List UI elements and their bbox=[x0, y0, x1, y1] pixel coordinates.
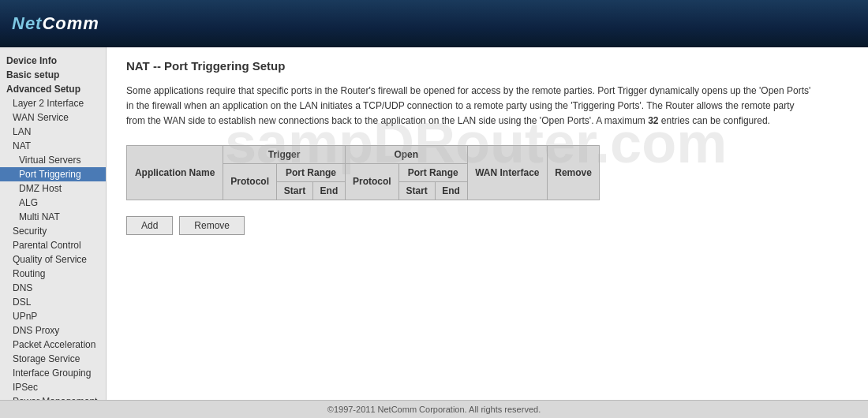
sidebar-item-layer-2-interface[interactable]: Layer 2 Interface bbox=[0, 96, 106, 110]
col-header-trigger-end: End bbox=[312, 181, 345, 200]
sidebar-item-multi-nat[interactable]: Multi NAT bbox=[0, 210, 106, 224]
col-header-open-end: End bbox=[435, 181, 467, 200]
button-row: Add Remove bbox=[126, 216, 848, 235]
sidebar-item-interface-grouping[interactable]: Interface Grouping bbox=[0, 366, 106, 380]
col-header-open: Open bbox=[345, 145, 467, 163]
col-header-trigger: Trigger bbox=[223, 145, 346, 163]
col-header-trigger-protocol: Protocol bbox=[223, 163, 277, 200]
logo-text: NetComm bbox=[12, 13, 99, 33]
sidebar-item-lan[interactable]: LAN bbox=[0, 125, 106, 139]
header: NetComm bbox=[0, 0, 868, 47]
sidebar-item-storage-service[interactable]: Storage Service bbox=[0, 352, 106, 366]
main-layout: Device InfoBasic setupAdvanced SetupLaye… bbox=[0, 47, 868, 400]
sidebar-item-alg[interactable]: ALG bbox=[0, 196, 106, 210]
col-header-trigger-start: Start bbox=[277, 181, 313, 200]
remove-button[interactable]: Remove bbox=[179, 216, 245, 235]
col-header-remove: Remove bbox=[548, 145, 600, 200]
sidebar-item-packet-acceleration[interactable]: Packet Acceleration bbox=[0, 338, 106, 352]
sidebar-item-upnp[interactable]: UPnP bbox=[0, 309, 106, 323]
col-header-wan-interface: WAN Interface bbox=[467, 145, 548, 200]
sidebar-item-wan-service[interactable]: WAN Service bbox=[0, 110, 106, 125]
copyright-text: ©1997-2011 NetComm Corporation. All righ… bbox=[327, 405, 541, 414]
description: Some applications require that specific … bbox=[126, 84, 813, 129]
sidebar-item-security[interactable]: Security bbox=[0, 224, 106, 238]
col-header-app-name: Application Name bbox=[127, 145, 223, 200]
sidebar-item-dmz-host[interactable]: DMZ Host bbox=[0, 181, 106, 196]
sidebar-item-basic-setup[interactable]: Basic setup bbox=[0, 68, 106, 82]
sidebar-item-dns[interactable]: DNS bbox=[0, 281, 106, 295]
col-header-open-protocol: Protocol bbox=[345, 163, 398, 200]
sidebar-item-dns-proxy[interactable]: DNS Proxy bbox=[0, 323, 106, 338]
sidebar-item-parental-control[interactable]: Parental Control bbox=[0, 238, 106, 252]
sidebar-item-advanced-setup[interactable]: Advanced Setup bbox=[0, 82, 106, 96]
sidebar-item-nat[interactable]: NAT bbox=[0, 139, 106, 153]
col-header-trigger-port-range: Port Range bbox=[277, 163, 346, 181]
footer: ©1997-2011 NetComm Corporation. All righ… bbox=[0, 400, 868, 418]
sidebar-item-device-info[interactable]: Device Info bbox=[0, 54, 106, 68]
sidebar-item-virtual-servers[interactable]: Virtual Servers bbox=[0, 153, 106, 167]
sidebar-item-port-triggering[interactable]: Port Triggering bbox=[0, 167, 106, 181]
logo: NetComm bbox=[12, 13, 99, 34]
col-header-open-port-range: Port Range bbox=[398, 163, 467, 181]
col-header-open-start: Start bbox=[398, 181, 435, 200]
sidebar: Device InfoBasic setupAdvanced SetupLaye… bbox=[0, 47, 107, 400]
sidebar-item-power-management[interactable]: Power Management bbox=[0, 394, 106, 400]
sidebar-item-dsl[interactable]: DSL bbox=[0, 295, 106, 309]
sidebar-item-routing[interactable]: Routing bbox=[0, 267, 106, 281]
add-button[interactable]: Add bbox=[126, 216, 173, 235]
sidebar-item-ipsec[interactable]: IPSec bbox=[0, 380, 106, 394]
page-title: NAT -- Port Triggering Setup bbox=[126, 59, 848, 73]
content-area: sampDRouter.com NAT -- Port Triggering S… bbox=[107, 47, 868, 400]
port-trigger-table: Application Name Trigger Open WAN Interf… bbox=[126, 145, 600, 200]
sidebar-item-quality-of-service[interactable]: Quality of Service bbox=[0, 252, 106, 267]
